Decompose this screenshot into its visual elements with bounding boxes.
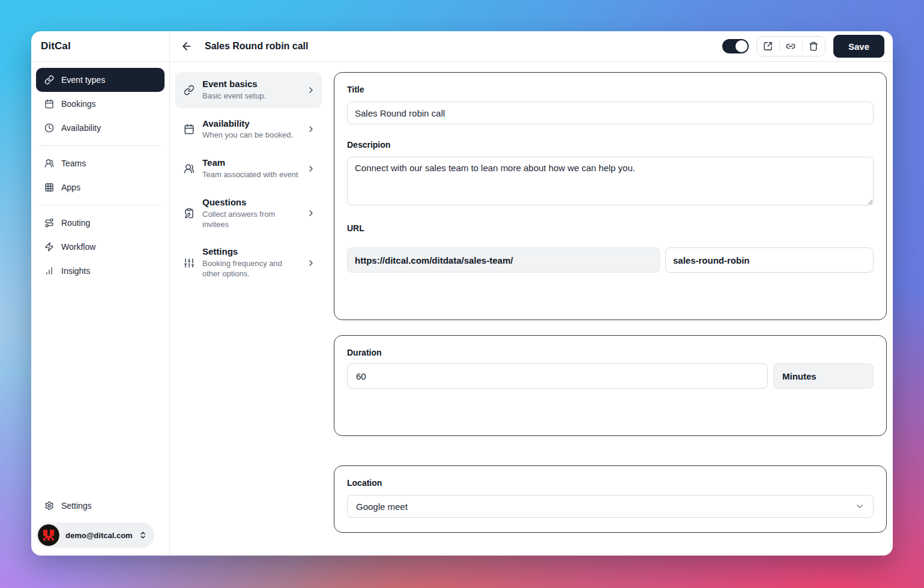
link-icon: [44, 75, 54, 85]
delete-button[interactable]: [803, 37, 825, 56]
title-input[interactable]: [347, 102, 874, 124]
save-button[interactable]: Save: [833, 35, 884, 58]
location-label: Location: [347, 478, 874, 488]
sidebar-item-label: Settings: [61, 501, 92, 511]
link-icon: [786, 41, 796, 51]
chevron-right-icon: [306, 85, 316, 95]
subnav-subtitle: Team associated with event: [202, 170, 298, 180]
location-select[interactable]: Google meet: [347, 495, 874, 518]
sidebar: DitCal Event types Bookings Availability: [31, 31, 170, 556]
sidebar-divider: [40, 145, 161, 146]
subnav-item-settings[interactable]: Settings Booking frequency and other opt…: [175, 240, 322, 286]
location-value: Google meet: [356, 502, 408, 512]
subnav-subtitle: Booking frequency and other options.: [202, 259, 298, 279]
subnav-text: Settings Booking frequency and other opt…: [202, 246, 298, 279]
users-icon: [184, 163, 195, 174]
app-window: DitCal Event types Bookings Availability: [31, 31, 893, 556]
sidebar-header: DitCal: [31, 31, 169, 62]
subnav-text: Availability When you can be booked.: [202, 118, 298, 141]
grid-icon: [44, 183, 54, 192]
subnav-item-event-basics[interactable]: Event basics Basic event setup.: [175, 72, 322, 108]
account-switcher[interactable]: demo@ditcal.com: [36, 523, 154, 548]
calendar-icon: [184, 124, 195, 135]
sidebar-item-availability[interactable]: Availability: [36, 116, 165, 140]
chevron-right-icon: [306, 164, 316, 174]
page-header: Sales Round robin call: [170, 31, 893, 62]
sidebar-item-insights[interactable]: Insights: [36, 259, 165, 283]
duration-input[interactable]: [347, 363, 768, 389]
chevron-right-icon: [306, 208, 316, 218]
header-actions: Save: [722, 35, 884, 58]
sidebar-item-event-types[interactable]: Event types: [36, 68, 165, 92]
clock-icon: [44, 123, 54, 133]
back-button[interactable]: [177, 37, 196, 56]
duration-row: Minutes: [347, 363, 874, 389]
chevron-right-icon: [306, 258, 316, 268]
url-label: URL: [347, 223, 874, 233]
subnav-item-team[interactable]: Team Team associated with event: [175, 151, 322, 187]
title-label: Title: [347, 85, 874, 94]
sidebar-item-teams[interactable]: Teams: [36, 151, 165, 175]
external-link-icon: [763, 41, 773, 51]
url-slug-input[interactable]: [665, 247, 874, 273]
subnav-title: Availability: [202, 118, 298, 130]
avatar: [38, 524, 59, 546]
main-body: Event basics Basic event setup. Availabi…: [170, 62, 893, 556]
sidebar-divider: [40, 205, 161, 205]
toggle-knob: [735, 40, 747, 52]
gear-icon: [44, 501, 54, 511]
subnav-subtitle: Collect answers from invitees: [202, 210, 298, 230]
sidebar-item-label: Routing: [61, 218, 90, 228]
users-icon: [44, 159, 54, 168]
event-form: Title Descripion Connect with our sales …: [327, 62, 893, 556]
zap-icon: [44, 242, 54, 252]
subnav-subtitle: Basic event setup.: [202, 91, 298, 102]
sidebar-item-label: Event types: [61, 75, 105, 85]
sidebar-item-label: Bookings: [61, 99, 96, 109]
trash-icon: [809, 41, 818, 51]
subnav-text: Team Team associated with event: [202, 157, 298, 180]
chevron-down-icon: [855, 502, 865, 511]
subnav-title: Questions: [202, 197, 298, 208]
subnav-text: Event basics Basic event setup.: [202, 79, 298, 102]
sidebar-bottom: Settings demo@ditcal.com: [31, 494, 169, 556]
sidebar-item-workflow[interactable]: Workflow: [36, 235, 165, 259]
link-icon: [184, 85, 195, 95]
subnav-item-availability[interactable]: Availability When you can be booked.: [175, 112, 322, 148]
sidebar-item-apps[interactable]: Apps: [36, 175, 165, 199]
copy-link-button[interactable]: [780, 37, 802, 56]
sidebar-item-label: Workflow: [61, 242, 95, 252]
subnav-title: Settings: [202, 246, 298, 258]
sidebar-item-routing[interactable]: Routing: [36, 211, 165, 235]
event-subnav: Event basics Basic event setup. Availabi…: [170, 62, 327, 556]
subnav-title: Event basics: [202, 79, 298, 90]
sidebar-item-settings[interactable]: Settings: [36, 494, 165, 518]
description-textarea[interactable]: Connect with our sales team to lean more…: [347, 157, 874, 205]
sidebar-item-bookings[interactable]: Bookings: [36, 92, 165, 116]
url-prefix: https://ditcal.com/ditdata/sales-team/: [347, 247, 660, 273]
event-enabled-toggle[interactable]: [722, 39, 749, 53]
sidebar-item-label: Teams: [61, 159, 86, 168]
location-panel: Location Google meet: [334, 465, 887, 533]
sidebar-item-label: Availability: [61, 123, 101, 133]
preview-button[interactable]: [757, 37, 779, 56]
route-icon: [44, 218, 54, 228]
page-title: Sales Round robin call: [205, 41, 308, 52]
url-row: https://ditcal.com/ditdata/sales-team/: [347, 247, 874, 273]
subnav-subtitle: When you can be booked.: [202, 130, 298, 141]
calendar-icon: [44, 99, 54, 109]
description-label: Descripion: [347, 140, 874, 150]
subnav-text: Questions Collect answers from invitees: [202, 197, 298, 230]
bar-chart-icon: [44, 266, 54, 276]
subnav-title: Team: [202, 157, 298, 169]
duration-label: Duration: [347, 348, 874, 357]
duration-panel: Duration Minutes: [334, 335, 887, 436]
event-action-group: [756, 36, 826, 56]
sliders-icon: [184, 258, 195, 268]
sidebar-item-label: Apps: [61, 183, 80, 192]
clipboard-pen-icon: [184, 208, 195, 219]
account-email: demo@ditcal.com: [65, 531, 133, 540]
brand-logo: DitCal: [41, 40, 71, 52]
subnav-item-questions[interactable]: Questions Collect answers from invitees: [175, 190, 322, 237]
duration-unit: Minutes: [773, 363, 874, 389]
